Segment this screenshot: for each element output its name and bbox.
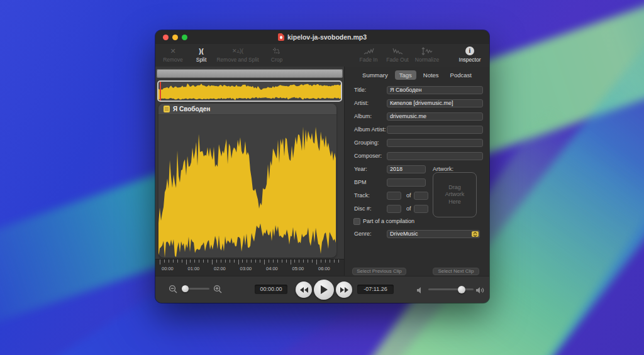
fast-forward-button[interactable]	[336, 281, 352, 298]
close-button[interactable]	[163, 35, 169, 40]
ruler-tick	[291, 259, 291, 265]
genre-value: DriveMusic	[390, 231, 418, 237]
disc-label: Disc #:	[354, 205, 372, 213]
playhead[interactable]	[160, 82, 161, 101]
timeline-label: 03:00	[240, 266, 252, 271]
bpm-field[interactable]	[387, 178, 426, 187]
zoom-in-icon[interactable]	[213, 285, 223, 297]
ruler-tick	[194, 259, 195, 263]
ruler-tick	[269, 259, 269, 263]
track-label: Track:	[354, 192, 370, 200]
grouping-field[interactable]	[387, 139, 483, 147]
compilation-checkbox[interactable]	[353, 218, 360, 225]
genre-stepper-icon[interactable]	[472, 231, 479, 237]
tab-podcast[interactable]: Podcast	[446, 70, 476, 80]
clip-file-icon	[164, 106, 170, 112]
artist-label: Artist:	[354, 99, 369, 107]
select-previous-clip-button[interactable]: Select Previous Clip	[352, 268, 406, 275]
window-title: kipelov-ja-svoboden.mp3	[278, 33, 367, 41]
track-number-field[interactable]	[387, 192, 401, 200]
disc-total-field[interactable]	[414, 205, 428, 213]
composer-label: Composer:	[354, 152, 382, 160]
genre-combobox[interactable]: DriveMusic	[387, 230, 480, 238]
ruler-tick	[273, 259, 274, 263]
ruler-tick	[286, 259, 287, 263]
timeline-label: 02:00	[214, 266, 226, 271]
ruler-tick	[234, 259, 235, 263]
artist-field[interactable]: Кипелов [drivemusic.me]	[387, 99, 483, 107]
ruler-tick	[238, 259, 239, 265]
select-next-clip-button[interactable]: Select Next Clip	[433, 268, 479, 275]
ruler-tick	[264, 259, 265, 265]
ruler-tick	[173, 259, 174, 263]
toolbar: ✕ Remove )( Split ✕▵)( Remove and Split …	[155, 44, 489, 67]
ruler-tick	[160, 259, 160, 265]
title-field[interactable]: Я Свободен	[387, 86, 483, 94]
ruler-tick	[182, 259, 182, 263]
title-label: Title:	[354, 86, 366, 94]
volume-low-icon[interactable]	[416, 285, 423, 297]
ruler-tick	[282, 259, 282, 263]
ruler-tick	[260, 259, 260, 263]
zoom-button[interactable]	[182, 35, 187, 40]
zoom-slider-knob[interactable]	[182, 285, 189, 292]
tab-tags[interactable]: Tags	[395, 70, 416, 80]
grouping-label: Grouping:	[354, 139, 379, 147]
main-waveform	[158, 114, 336, 258]
album-label: Album:	[354, 112, 372, 121]
ruler-tick	[177, 259, 178, 263]
timeline-label: 00:00	[162, 266, 174, 271]
ruler-tick	[338, 259, 339, 263]
ruler-tick	[169, 259, 169, 263]
volume-high-icon[interactable]	[476, 285, 485, 297]
year-label: Year:	[354, 165, 367, 173]
zoom-out-icon[interactable]	[169, 285, 178, 297]
ruler-tick	[334, 259, 335, 263]
album-artist-label: Album Artist:	[354, 126, 386, 134]
toolbar-inspector-button[interactable]: i Inspector	[443, 46, 489, 63]
ruler-tick	[225, 259, 226, 263]
volume-slider[interactable]	[428, 288, 474, 290]
disc-number-field[interactable]	[387, 205, 401, 213]
ruler-tick	[251, 259, 252, 263]
waveform-panel: Я Свободен 00:0001:0002:0003:0004:0005:0…	[155, 67, 344, 276]
rewind-button[interactable]	[296, 281, 312, 298]
ruler-tick	[164, 259, 165, 263]
ruler-tick	[312, 259, 313, 263]
composer-field[interactable]	[387, 152, 483, 160]
ruler-tick	[308, 259, 308, 263]
horizontal-scrollbar[interactable]	[157, 69, 343, 78]
artwork-placeholder: Drag Artwork Here	[440, 184, 469, 205]
artwork-label: Artwork:	[433, 166, 453, 172]
play-button[interactable]	[314, 280, 334, 300]
toolbar-crop-button[interactable]: Crop	[250, 46, 303, 63]
title-bar[interactable]: kipelov-ja-svoboden.mp3	[155, 30, 489, 44]
timeline-ruler[interactable]: 00:0001:0002:0003:0004:0005:0006:00	[155, 259, 344, 276]
ruler-tick	[216, 259, 217, 263]
clip-body[interactable]	[158, 114, 336, 258]
ruler-tick	[199, 259, 199, 263]
tab-notes[interactable]: Notes	[419, 70, 443, 80]
track-total-field[interactable]	[414, 192, 428, 200]
ruler-tick	[221, 259, 221, 263]
album-field[interactable]: drivemusic.me	[387, 112, 483, 121]
volume-slider-knob[interactable]	[458, 286, 465, 293]
tab-summary[interactable]: Summary	[358, 70, 392, 80]
ruler-tick	[316, 259, 317, 265]
waveform-overview[interactable]	[157, 80, 342, 102]
ruler-tick	[208, 259, 208, 263]
timeline-label: 06:00	[318, 266, 330, 271]
document-icon	[278, 33, 284, 41]
traffic-lights	[163, 30, 187, 44]
audio-clip[interactable]: Я Свободен	[158, 104, 336, 258]
overview-waveform	[158, 82, 341, 101]
clip-header[interactable]: Я Свободен	[158, 104, 336, 115]
year-field[interactable]: 2018	[387, 165, 426, 173]
album-artist-field[interactable]	[387, 126, 483, 134]
transport-bar: 00:00.00 -07:11.26	[155, 276, 489, 303]
artwork-dropzone[interactable]: Drag Artwork Here	[433, 172, 477, 217]
minimize-button[interactable]	[172, 35, 178, 40]
ruler-tick	[277, 259, 278, 263]
bpm-label: BPM	[354, 178, 367, 187]
timeline-label: 04:00	[266, 266, 278, 271]
